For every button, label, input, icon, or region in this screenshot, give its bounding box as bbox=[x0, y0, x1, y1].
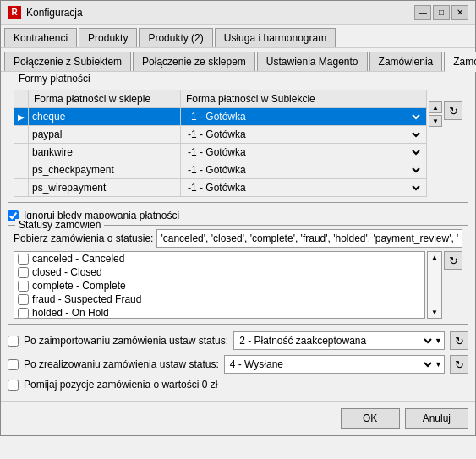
table-scroll-panel: ▲ ▼ bbox=[429, 83, 442, 197]
refresh-zrealizowaniu-button[interactable]: ↻ bbox=[450, 355, 468, 374]
po-zaimportowaniu-label: Po zaimportowaniu zamówienia ustaw statu… bbox=[24, 335, 228, 347]
titlebar: R Konfiguracja — □ ✕ bbox=[1, 1, 475, 25]
po-zrealizowaniu-label: Po zrealizowaniu zamówienia ustaw status… bbox=[24, 358, 219, 370]
row-subiekcie[interactable]: -1 - Gotówka0 - Przelew1 - Karta2 - Płat… bbox=[181, 126, 427, 144]
refresh-zaimportowaniu-button[interactable]: ↻ bbox=[450, 331, 468, 350]
row-indicator bbox=[14, 126, 29, 144]
status-label: closed - Closed bbox=[32, 266, 102, 278]
subiekcie-select[interactable]: -1 - Gotówka0 - Przelew1 - Karta2 - Płat… bbox=[184, 163, 423, 177]
main-window: R Konfiguracja — □ ✕ Kontrahenci Produkt… bbox=[0, 0, 476, 436]
tab-produkty2[interactable]: Produkty (2) bbox=[139, 28, 212, 47]
status-checkbox[interactable] bbox=[18, 267, 29, 278]
content-area: Formy płatności Forma płatności w sklepi… bbox=[1, 72, 475, 401]
pobierz-input[interactable] bbox=[156, 229, 462, 248]
statusy-zamowien-label: Statusy zamówień bbox=[15, 219, 104, 231]
subiekcie-select[interactable]: -1 - Gotówka0 - Przelew1 - Karta2 - Płat… bbox=[184, 145, 423, 159]
row-shop: bankwire bbox=[29, 144, 181, 161]
status-checkbox[interactable] bbox=[18, 254, 29, 265]
formy-platnosci-label: Formy płatności bbox=[15, 73, 94, 85]
status-checkbox[interactable] bbox=[18, 294, 29, 305]
bottom-placeholder bbox=[8, 412, 336, 425]
po-zaimportowaniu-select[interactable]: 1 - Nowe2 - Płatność zaakceptowana3 - W … bbox=[236, 334, 435, 347]
status-list[interactable]: canceled - Canceledclosed - Closedcomple… bbox=[14, 251, 425, 319]
status-label: holded - On Hold bbox=[32, 307, 109, 319]
refresh-payment-button[interactable]: ↻ bbox=[444, 101, 462, 120]
po-zrealizowaniu-row: Po zrealizowaniu zamówienia ustaw status… bbox=[8, 355, 468, 374]
minimize-button[interactable]: — bbox=[414, 5, 431, 20]
subiekcie-select[interactable]: -1 - Gotówka0 - Przelew1 - Karta2 - Płat… bbox=[184, 181, 423, 194]
payment-table-row[interactable]: paypal-1 - Gotówka0 - Przelew1 - Karta2 … bbox=[14, 126, 427, 144]
subiekcie-select[interactable]: -1 - Gotówka0 - Przelew1 - Karta2 - Płat… bbox=[184, 110, 423, 123]
status-list-item[interactable]: fraud - Suspected Fraud bbox=[14, 292, 424, 306]
status-list-item[interactable]: complete - Complete bbox=[14, 279, 424, 292]
status-list-item[interactable]: canceled - Canceled bbox=[14, 252, 424, 265]
status-scroll-up[interactable]: ▲ bbox=[431, 254, 438, 261]
titlebar-left: R Konfiguracja bbox=[8, 6, 83, 19]
status-list-item[interactable]: holded - On Hold bbox=[14, 306, 424, 319]
titlebar-title: Konfiguracja bbox=[26, 7, 83, 19]
scroll-up-arrow[interactable]: ▲ bbox=[429, 101, 442, 113]
status-scroll-panel: ▲ ▼ bbox=[427, 251, 442, 319]
pobierz-row: Pobierz zamówienia o statusie: bbox=[14, 229, 462, 248]
status-label: complete - Complete bbox=[32, 280, 126, 292]
tab-polaczenie-subiektem[interactable]: Połączenie z Subiektem bbox=[4, 52, 131, 71]
tab-zamowienia2[interactable]: Zamówienia (2) bbox=[444, 52, 476, 72]
pomijaj-row: Pomijaj pozycje zamówienia o wartości 0 … bbox=[8, 379, 468, 391]
pomijaj-label: Pomijaj pozycje zamówienia o wartości 0 … bbox=[24, 379, 217, 391]
po-zrealizowaniu-checkbox[interactable] bbox=[8, 359, 19, 370]
po-zrealizowaniu-select-wrapper: 1 - Nowe2 - Płatność zaakceptowana3 - W … bbox=[224, 355, 445, 374]
row-indicator: ▶ bbox=[14, 108, 29, 126]
po-zrealizowaniu-select[interactable]: 1 - Nowe2 - Płatność zaakceptowana3 - W … bbox=[227, 358, 435, 371]
refresh-status-button[interactable]: ↻ bbox=[444, 251, 462, 270]
status-scroll-down[interactable]: ▼ bbox=[431, 309, 438, 316]
tabs-row-1: Kontrahenci Produkty Produkty (2) Usługa… bbox=[1, 25, 475, 48]
status-label: canceled - Canceled bbox=[32, 253, 124, 265]
pobierz-label: Pobierz zamówienia o statusie: bbox=[14, 232, 153, 244]
po-zaimportowaniu-row: Po zaimportowaniu zamówienia ustaw statu… bbox=[8, 331, 468, 350]
payment-table-row[interactable]: ps_checkpayment-1 - Gotówka0 - Przelew1 … bbox=[14, 161, 427, 179]
row-subiekcie[interactable]: -1 - Gotówka0 - Przelew1 - Karta2 - Płat… bbox=[181, 108, 427, 126]
tabs-row-2: Połączenie z Subiektem Połączenie ze skl… bbox=[1, 48, 475, 72]
status-label: fraud - Suspected Fraud bbox=[32, 293, 141, 305]
anuluj-button[interactable]: Anuluj bbox=[405, 408, 468, 429]
payment-table-row[interactable]: ▶cheque-1 - Gotówka0 - Przelew1 - Karta2… bbox=[14, 108, 427, 126]
status-checkbox[interactable] bbox=[18, 308, 29, 319]
formy-platnosci-group: Formy płatności Forma płatności w sklepi… bbox=[8, 79, 468, 203]
titlebar-controls: — □ ✕ bbox=[414, 5, 468, 20]
row-subiekcie[interactable]: -1 - Gotówka0 - Przelew1 - Karta2 - Płat… bbox=[181, 144, 427, 161]
tab-usluga[interactable]: Usługa i harmonogram bbox=[215, 28, 336, 47]
row-indicator bbox=[14, 179, 29, 197]
row-subiekcie[interactable]: -1 - Gotówka0 - Przelew1 - Karta2 - Płat… bbox=[181, 161, 427, 179]
app-icon: R bbox=[8, 6, 21, 19]
payment-table-row[interactable]: ps_wirepayment-1 - Gotówka0 - Przelew1 -… bbox=[14, 179, 427, 197]
tab-kontrahenci[interactable]: Kontrahenci bbox=[4, 28, 77, 47]
row-indicator bbox=[14, 161, 29, 179]
po-zaimportowaniu-checkbox[interactable] bbox=[8, 336, 19, 347]
pomijaj-checkbox[interactable] bbox=[8, 380, 19, 391]
row-subiekcie[interactable]: -1 - Gotówka0 - Przelew1 - Karta2 - Płat… bbox=[181, 179, 427, 197]
tab-polaczenie-sklepem[interactable]: Połączenie ze sklepem bbox=[133, 52, 255, 71]
payment-table-row[interactable]: bankwire-1 - Gotówka0 - Przelew1 - Karta… bbox=[14, 144, 427, 161]
status-checkbox[interactable] bbox=[18, 281, 29, 292]
status-list-item[interactable]: closed - Closed bbox=[14, 265, 424, 279]
col-indicator-header bbox=[14, 90, 29, 108]
row-shop: ps_wirepayment bbox=[29, 179, 181, 197]
payment-table: Forma płatności w sklepie Forma płatnośc… bbox=[14, 90, 427, 197]
maximize-button[interactable]: □ bbox=[433, 5, 450, 20]
scroll-down-arrow[interactable]: ▼ bbox=[429, 115, 442, 127]
col-subiekcie-header: Forma płatności w Subiekcie bbox=[181, 90, 427, 108]
row-indicator bbox=[14, 144, 29, 161]
refresh-payment-wrapper: ↻ bbox=[444, 83, 462, 197]
ok-button[interactable]: OK bbox=[341, 408, 400, 429]
row-shop: ps_checkpayment bbox=[29, 161, 181, 179]
row-shop: cheque bbox=[29, 108, 181, 126]
po-zrealizowaniu-chevron: ▼ bbox=[435, 360, 442, 369]
col-shop-header: Forma płatności w sklepie bbox=[29, 90, 181, 108]
payment-table-wrapper: Forma płatności w sklepie Forma płatnośc… bbox=[14, 83, 462, 197]
close-button[interactable]: ✕ bbox=[451, 5, 468, 20]
tab-zamowienia[interactable]: Zamówienia bbox=[369, 52, 443, 71]
tab-produkty[interactable]: Produkty bbox=[79, 28, 137, 47]
po-zaimportowaniu-chevron: ▼ bbox=[435, 336, 442, 345]
tab-ustawienia-magento[interactable]: Ustawienia Magento bbox=[257, 52, 368, 71]
subiekcie-select[interactable]: -1 - Gotówka0 - Przelew1 - Karta2 - Płat… bbox=[184, 128, 423, 141]
